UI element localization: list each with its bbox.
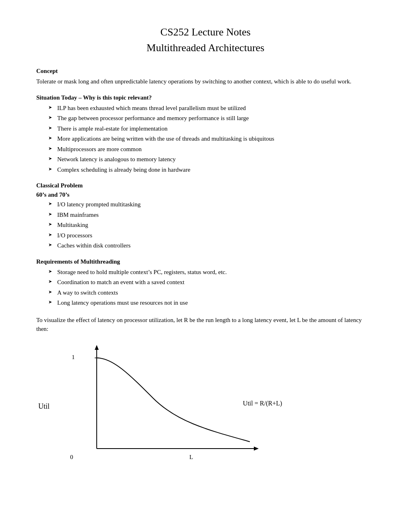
svg-marker-2 [95,345,99,350]
chart-x-label-L: L [189,454,193,461]
list-item: Storage need to hold multiple context’s … [48,268,375,277]
list-item: I/O latency prompted multitasking [48,200,375,209]
page-title: CS252 Lecture Notes Multithreaded Archit… [36,24,375,56]
requirements-heading: Requirements of Multithreading [36,258,375,265]
chart-x-label-0: 0 [70,454,73,461]
situation-list: ILP has been exhausted which means threa… [36,104,375,175]
classical-list: I/O latency prompted multitasking IBM ma… [36,200,375,250]
classical-section: Classical Problem 60’s and 70’s I/O late… [36,182,375,250]
classical-heading: Classical Problem [36,182,375,189]
title-line2: Multithreaded Architectures [147,42,264,54]
list-item: I/O processors [48,231,375,240]
concept-heading: Concept [36,68,375,75]
concept-body: Tolerate or mask long and often unpredic… [36,77,375,86]
chart-area: Util Util = R/(R+L) 1 0 L [60,342,286,471]
requirements-section: Requirements of Multithreading Storage n… [36,258,375,308]
svg-marker-3 [254,447,259,451]
list-item: Complex scheduling is already being done… [48,165,375,175]
chart-svg [73,342,266,463]
list-item: Network latency is analogous to memory l… [48,155,375,164]
list-item: Coordination to match an event with a sa… [48,278,375,287]
list-item: There is ample real-estate for implement… [48,124,375,133]
description-section: To visualize the effect of latency on pr… [36,316,375,334]
situation-section: Situation Today – Why is this topic rele… [36,94,375,175]
list-item: More applications are being written with… [48,134,375,143]
list-item: Long latency operations must use resourc… [48,298,375,308]
list-item: Multiprocessors are more common [48,145,375,154]
requirements-list: Storage need to hold multiple context’s … [36,268,375,308]
situation-heading: Situation Today – Why is this topic rele… [36,94,375,101]
chart-util-label: Util [38,402,50,410]
list-item: A way to switch contexts [48,288,375,297]
description-body: To visualize the effect of latency on pr… [36,316,375,334]
list-item: Multitasking [48,220,375,230]
list-item: ILP has been exhausted which means threa… [48,104,375,113]
title-line1: CS252 Lecture Notes [160,26,251,38]
list-item: Caches within disk controllers [48,241,375,250]
list-item: IBM mainframes [48,210,375,220]
classical-subheading: 60’s and 70’s [36,191,375,198]
list-item: The gap between processor performance an… [48,114,375,123]
concept-section: Concept Tolerate or mask long and often … [36,68,375,86]
